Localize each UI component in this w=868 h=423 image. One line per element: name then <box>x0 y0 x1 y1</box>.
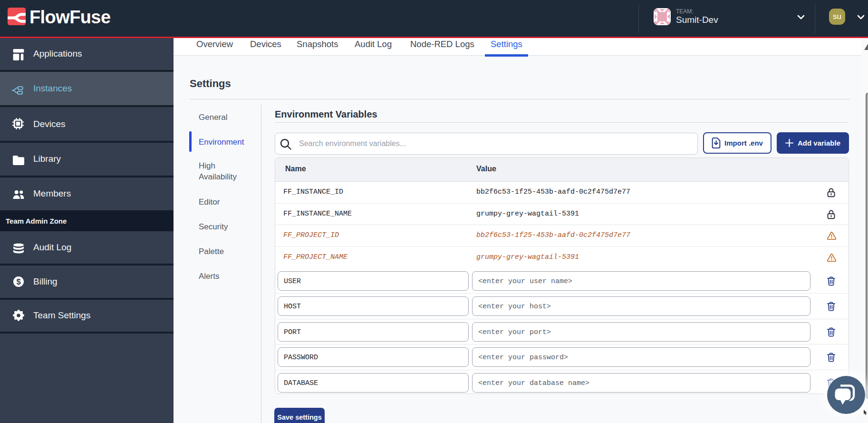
svg-text:$: $ <box>16 277 20 286</box>
